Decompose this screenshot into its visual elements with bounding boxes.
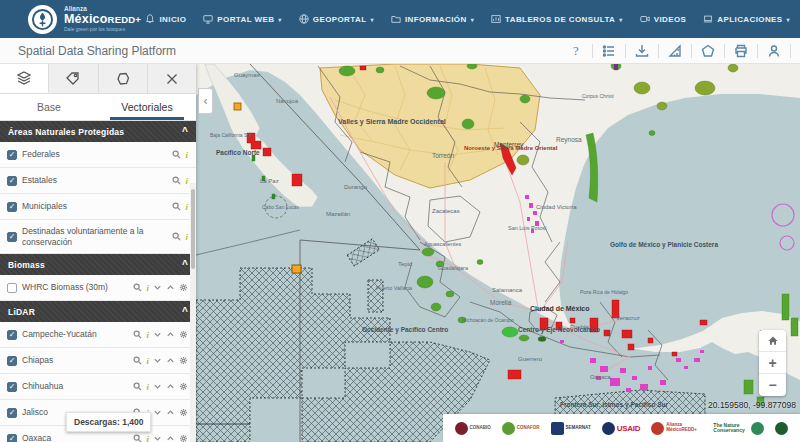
svg-text:Corpus Christi: Corpus Christi bbox=[582, 93, 614, 99]
svg-text:San Luis Potosí: San Luis Potosí bbox=[508, 225, 547, 231]
tab-shapes[interactable] bbox=[99, 64, 148, 93]
zoom-icon[interactable] bbox=[133, 283, 142, 292]
measure-button[interactable] bbox=[662, 41, 688, 61]
zoom-icon[interactable] bbox=[133, 382, 142, 391]
nav-videos[interactable]: VIDEOS bbox=[640, 14, 687, 24]
layer-checkbox[interactable]: ✓ bbox=[7, 150, 17, 160]
svg-text:Golfo de México y Planicie Cos: Golfo de México y Planicie Costera bbox=[610, 241, 718, 249]
help-button[interactable]: ? bbox=[563, 41, 589, 61]
section-header-biomass[interactable]: Biomass^ bbox=[0, 254, 196, 275]
move-up-icon[interactable] bbox=[166, 356, 175, 365]
zoom-in-button[interactable]: + bbox=[759, 352, 786, 374]
section-header-lidar[interactable]: LiDAR^ bbox=[0, 301, 196, 322]
move-down-icon[interactable] bbox=[153, 330, 162, 339]
nav-tableros[interactable]: TABLEROS DE CONSULTA▾ bbox=[491, 14, 623, 24]
layer-row-municipales: ✓ Municipales i bbox=[0, 194, 196, 220]
info-icon[interactable]: i bbox=[185, 232, 188, 242]
move-down-icon[interactable] bbox=[153, 382, 162, 391]
coordinates-readout: 20.159580, -99.877098 bbox=[708, 400, 796, 410]
section-header-anp[interactable]: Áreas Naturales Protegidas^ bbox=[0, 121, 196, 142]
move-down-icon[interactable] bbox=[153, 434, 162, 442]
move-up-icon[interactable] bbox=[166, 434, 175, 442]
layer-checkbox[interactable]: ✓ bbox=[7, 330, 17, 340]
layer-checkbox[interactable]: ✓ bbox=[7, 232, 17, 242]
zoom-icon[interactable] bbox=[172, 202, 181, 211]
nav-geoportal[interactable]: GEOPORTAL▾ bbox=[299, 14, 374, 24]
layer-checkbox[interactable]: ✓ bbox=[7, 356, 17, 366]
layer-checkbox[interactable]: ✓ bbox=[7, 434, 17, 442]
nav-portal-web[interactable]: PORTAL WEB▾ bbox=[203, 14, 281, 24]
svg-text:Morelia: Morelia bbox=[490, 299, 512, 306]
layer-row-destinadas: ✓ Destinadas voluntariamente a la conser… bbox=[0, 220, 196, 254]
home-button[interactable] bbox=[759, 330, 786, 352]
download-icon bbox=[635, 44, 649, 58]
move-up-icon[interactable] bbox=[166, 330, 175, 339]
sidebar-collapse-button[interactable]: ‹ bbox=[198, 88, 213, 114]
scrollbar-thumb[interactable] bbox=[191, 189, 195, 269]
legend-button[interactable] bbox=[596, 41, 622, 61]
nav-informacion[interactable]: INFORMACIÓN▾ bbox=[391, 14, 474, 24]
info-icon[interactable]: i bbox=[146, 330, 149, 340]
bell-icon bbox=[145, 14, 155, 24]
user-button[interactable] bbox=[761, 41, 787, 61]
svg-text:Reynosa: Reynosa bbox=[556, 136, 582, 144]
info-icon[interactable]: i bbox=[185, 176, 188, 186]
layer-checkbox[interactable]: ✓ bbox=[7, 176, 17, 186]
move-down-icon[interactable] bbox=[153, 283, 162, 292]
tab-tags[interactable] bbox=[49, 64, 98, 93]
nav-aplicaciones[interactable]: APLICACIONES▾ bbox=[703, 14, 790, 24]
layer-row-chihuahua: ✓ Chihuahua i bbox=[0, 374, 196, 400]
tab-layers[interactable] bbox=[0, 64, 49, 93]
zoom-icon[interactable] bbox=[133, 434, 142, 442]
info-icon[interactable]: i bbox=[146, 283, 149, 293]
info-icon[interactable]: i bbox=[185, 150, 188, 160]
brand-tagline: Dale green por los bosques bbox=[64, 27, 141, 32]
layers-sidebar: Base Vectoriales Áreas Naturales Protegi… bbox=[0, 64, 196, 442]
info-icon[interactable]: i bbox=[146, 382, 149, 392]
laptop-icon bbox=[703, 14, 713, 24]
settings-icon[interactable] bbox=[179, 283, 188, 292]
move-up-icon[interactable] bbox=[166, 408, 175, 417]
move-up-icon[interactable] bbox=[166, 283, 175, 292]
info-icon[interactable]: i bbox=[185, 202, 188, 212]
tab-close[interactable] bbox=[148, 64, 196, 93]
brand-logo[interactable]: Alianza MéxicoREDD+ Dale green por los b… bbox=[28, 5, 141, 34]
subtab-base[interactable]: Base bbox=[0, 94, 98, 120]
svg-text:Navojoa: Navojoa bbox=[276, 98, 299, 104]
info-icon[interactable]: i bbox=[146, 434, 149, 442]
print-button[interactable] bbox=[728, 41, 754, 61]
settings-icon[interactable] bbox=[179, 356, 188, 365]
logo-usaid: USAID bbox=[602, 422, 640, 435]
usaid-seal-icon bbox=[602, 422, 615, 435]
settings-icon[interactable] bbox=[179, 382, 188, 391]
move-up-icon[interactable] bbox=[166, 382, 175, 391]
logo-semarnat: SEMARNAT bbox=[551, 422, 591, 435]
nav-inicio[interactable]: INICIO bbox=[145, 14, 186, 24]
download-button[interactable] bbox=[629, 41, 655, 61]
svg-text:Oaxaca: Oaxaca bbox=[590, 374, 611, 380]
semarnat-logo-icon bbox=[551, 422, 564, 435]
settings-icon[interactable] bbox=[179, 434, 188, 442]
move-down-icon[interactable] bbox=[153, 356, 162, 365]
layer-checkbox[interactable] bbox=[7, 283, 17, 293]
zoom-icon[interactable] bbox=[133, 330, 142, 339]
subtab-vectoriales[interactable]: Vectoriales bbox=[98, 94, 196, 120]
settings-icon[interactable] bbox=[179, 408, 188, 417]
move-down-icon[interactable] bbox=[153, 408, 162, 417]
home-icon bbox=[767, 335, 779, 347]
info-icon[interactable]: i bbox=[146, 356, 149, 366]
svg-text:Ciudad Victoria: Ciudad Victoria bbox=[536, 204, 577, 210]
layer-checkbox[interactable]: ✓ bbox=[7, 382, 17, 392]
conafor-logo-icon bbox=[502, 422, 515, 435]
draw-polygon-button[interactable] bbox=[695, 41, 721, 61]
zoom-out-button[interactable]: − bbox=[759, 374, 786, 396]
layer-checkbox[interactable]: ✓ bbox=[7, 408, 17, 418]
sidebar-scrollbar[interactable] bbox=[190, 183, 196, 442]
layer-checkbox[interactable]: ✓ bbox=[7, 202, 17, 212]
zoom-icon[interactable] bbox=[172, 232, 181, 241]
zoom-icon[interactable] bbox=[172, 150, 181, 159]
print-icon bbox=[734, 44, 748, 58]
zoom-icon[interactable] bbox=[172, 176, 181, 185]
settings-icon[interactable] bbox=[179, 330, 188, 339]
zoom-icon[interactable] bbox=[133, 356, 142, 365]
